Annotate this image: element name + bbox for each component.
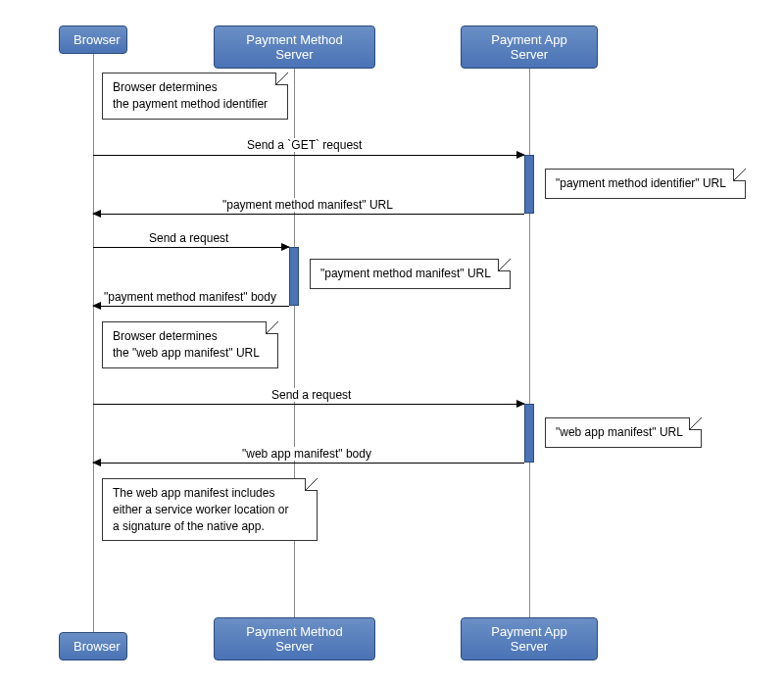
note-line: the "web app manifest" URL <box>113 346 260 360</box>
msg-label: "payment method manifest" body <box>102 290 278 304</box>
activation-pas-1 <box>524 155 534 214</box>
participant-label: Browser <box>74 32 121 47</box>
msg-send-request-pas <box>93 404 524 405</box>
note-determine-wam: Browser determines the "web app manifest… <box>102 321 278 368</box>
participant-browser-bottom: Browser <box>59 632 127 660</box>
note-line: "payment method manifest" URL <box>320 267 491 280</box>
participant-pas-top: Payment App Server <box>461 25 598 69</box>
participant-pas-bottom: Payment App Server <box>461 617 598 660</box>
participant-label: Payment Method Server <box>246 32 342 62</box>
note-determine-pmi: Browser determines the payment method id… <box>102 73 288 120</box>
participant-browser-top: Browser <box>59 25 127 54</box>
note-line: either a service worker location or <box>113 503 288 516</box>
msg-label: Send a request <box>270 388 353 402</box>
note-pmi-url: "payment method identifier" URL <box>545 169 746 199</box>
note-line: Browser determines <box>113 329 218 343</box>
msg-label: "payment method manifest" URL <box>220 198 395 212</box>
msg-pmm-body <box>93 306 289 307</box>
note-line: the payment method identifier <box>113 97 268 111</box>
note-line: a signature of the native app. <box>113 519 265 533</box>
msg-pmm-url <box>93 214 524 215</box>
msg-label: Send a request <box>147 231 230 245</box>
participant-label: Browser <box>74 639 121 654</box>
msg-get-request <box>93 155 524 156</box>
msg-wam-body <box>93 463 524 464</box>
lifeline-pas <box>529 53 530 633</box>
note-line: Browser determines <box>113 80 218 94</box>
lifeline-browser <box>93 53 94 633</box>
activation-pas-2 <box>524 404 534 463</box>
participant-pms-bottom: Payment Method Server <box>214 617 375 660</box>
sequence-diagram: Browser Payment Method Server Payment Ap… <box>20 20 764 666</box>
participant-label: Payment Method Server <box>246 624 342 654</box>
msg-send-request-pms <box>93 247 289 248</box>
participant-label: Payment App Server <box>491 32 566 62</box>
participant-label: Payment App Server <box>491 624 566 654</box>
note-line: "web app manifest" URL <box>556 425 683 439</box>
participant-pms-top: Payment Method Server <box>214 25 375 69</box>
activation-pms <box>289 247 299 306</box>
msg-label: "web app manifest" body <box>240 447 373 461</box>
note-wam-url: "web app manifest" URL <box>545 417 702 448</box>
note-line: "payment method identifier" URL <box>556 176 726 190</box>
msg-label: Send a `GET` request <box>245 138 364 152</box>
note-line: The web app manifest includes <box>113 486 274 500</box>
note-wam-includes: The web app manifest includes either a s… <box>102 478 318 541</box>
note-pmm-url: "payment method manifest" URL <box>310 259 511 289</box>
